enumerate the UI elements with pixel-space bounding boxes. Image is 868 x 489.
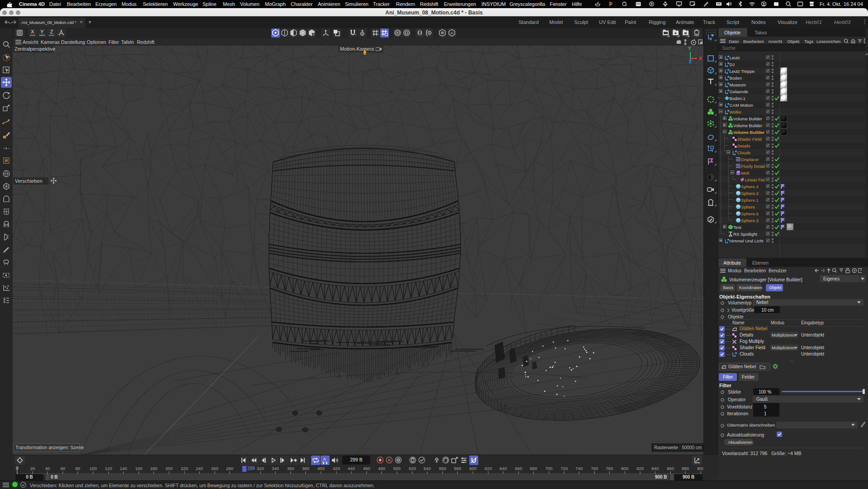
svg-text:320: 320 [257,466,264,471]
svg-text:780: 780 [606,466,613,471]
svg-text:760: 760 [591,466,598,471]
svg-text:620: 620 [485,466,492,471]
svg-text:200: 200 [165,466,173,471]
svg-text:160: 160 [135,466,142,471]
svg-text:Z: Z [689,59,692,63]
svg-text:360: 360 [287,466,294,471]
svg-text:840: 840 [651,466,659,471]
svg-text:560: 560 [439,466,446,471]
svg-text:900: 900 [697,466,703,471]
svg-text:440: 440 [348,466,355,471]
svg-text:40: 40 [45,466,50,471]
svg-text:140: 140 [120,466,127,471]
svg-text:420: 420 [333,466,340,471]
svg-text:640: 640 [500,466,507,471]
svg-text:720: 720 [561,466,568,471]
svg-text:240: 240 [196,466,203,471]
svg-text:100: 100 [90,466,97,471]
svg-text:600: 600 [469,466,476,471]
svg-text:400: 400 [317,466,325,471]
svg-text:180: 180 [150,466,157,471]
svg-text:X: X [699,56,702,61]
svg-text:700: 700 [545,466,552,471]
svg-text:A: A [388,457,391,462]
svg-text:80: 80 [75,466,80,471]
svg-text:580: 580 [454,466,461,471]
svg-text:120: 120 [105,466,112,471]
svg-text:480: 480 [378,466,385,471]
svg-text:880: 880 [682,466,689,471]
svg-text:60: 60 [61,466,66,471]
svg-text:860: 860 [667,466,674,471]
svg-text:280: 280 [226,466,233,471]
svg-text:500: 500 [393,466,401,471]
svg-text:660: 660 [515,466,522,471]
svg-text:520: 520 [409,466,416,471]
svg-text:680: 680 [530,466,537,471]
svg-text:380: 380 [302,466,309,471]
svg-text:800: 800 [621,466,628,471]
svg-text:460: 460 [363,466,370,471]
svg-text:220: 220 [181,466,188,471]
svg-text:340: 340 [272,466,279,471]
svg-text:20: 20 [30,466,35,471]
svg-text:740: 740 [576,466,583,471]
svg-text:Y: Y [688,46,691,51]
svg-text:A: A [451,31,453,35]
svg-text:820: 820 [637,466,644,471]
svg-text:540: 540 [424,466,431,471]
svg-text:A: A [323,457,326,461]
svg-text:260: 260 [211,466,218,471]
svg-text:299: 299 [247,466,255,471]
